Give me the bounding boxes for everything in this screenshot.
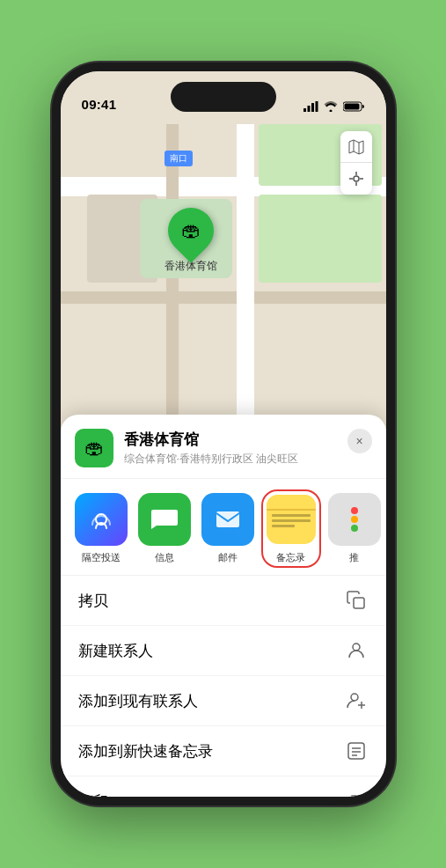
more-label: 推 [349, 551, 359, 564]
svg-point-8 [354, 176, 359, 181]
copy-icon [344, 588, 369, 613]
message-label: 信息 [155, 551, 174, 564]
action-copy[interactable]: 拷贝 [61, 576, 386, 626]
action-list: 拷贝 新建联系人 添 [61, 576, 386, 805]
location-button[interactable] [340, 163, 372, 195]
action-quick-note-label: 添加到新快速备忘录 [78, 741, 213, 761]
more-icon-wrap [328, 493, 381, 546]
more-dot-red [351, 507, 358, 514]
mail-label: 邮件 [218, 551, 238, 564]
person-add-icon [344, 688, 369, 713]
share-airdrop[interactable]: 隔空投送 [75, 493, 128, 564]
mail-icon-wrap [201, 493, 254, 546]
notes-icon-lines [267, 511, 316, 531]
road-horizontal-2 [61, 291, 386, 304]
sheet-header: 🏟 香港体育馆 综合体育馆·香港特别行政区 油尖旺区 × [61, 415, 386, 479]
status-time: 09:41 [82, 97, 117, 112]
notes-icon-container [265, 493, 318, 546]
svg-rect-2 [311, 103, 314, 112]
print-icon [344, 789, 369, 805]
more-dot-yellow [351, 516, 358, 523]
note-icon [344, 739, 369, 763]
venue-name: 香港体育馆 [124, 430, 372, 450]
svg-rect-24 [350, 802, 362, 805]
notes-label: 备忘录 [276, 551, 305, 564]
notes-line-2 [272, 519, 311, 522]
map-block-2 [259, 195, 382, 283]
person-icon [344, 638, 369, 663]
venue-pin[interactable]: 🏟 香港体育馆 [165, 208, 217, 274]
pin-circle: 🏟 [158, 198, 223, 263]
action-existing-contact-label: 添加到现有联系人 [78, 691, 198, 711]
action-new-contact[interactable]: 新建联系人 [61, 626, 386, 676]
airdrop-label: 隔空投送 [82, 551, 121, 564]
svg-rect-5 [344, 104, 359, 110]
share-notes[interactable]: 备忘录 [265, 493, 318, 564]
road-vertical-2 [166, 124, 179, 441]
svg-rect-14 [216, 511, 239, 527]
pin-emoji: 🏟 [181, 219, 201, 242]
map-area: 南口 🏟 [61, 71, 386, 441]
venue-subtitle: 综合体育馆·香港特别行政区 油尖旺区 [124, 452, 372, 467]
svg-rect-0 [303, 108, 306, 112]
map-label-nankou: 南口 [165, 151, 193, 166]
map-controls [340, 131, 372, 195]
action-copy-label: 拷贝 [78, 591, 108, 611]
svg-rect-25 [353, 805, 360, 805]
battery-icon [343, 101, 365, 112]
message-icon-wrap [138, 493, 191, 546]
venue-info: 香港体育馆 综合体育馆·香港特别行政区 油尖旺区 [124, 430, 372, 467]
svg-point-17 [351, 694, 358, 701]
road-vertical-1 [237, 124, 254, 441]
action-print-label: 打印 [78, 791, 108, 806]
map-type-button[interactable] [340, 131, 372, 163]
more-dot-green [351, 525, 358, 532]
wifi-icon [324, 101, 338, 112]
share-more[interactable]: 推 [328, 493, 381, 564]
dynamic-island [171, 82, 276, 112]
svg-rect-3 [315, 101, 318, 112]
action-print[interactable]: 打印 [61, 776, 386, 805]
svg-rect-15 [354, 598, 364, 608]
notes-line-1 [272, 514, 311, 517]
action-existing-contact[interactable]: 添加到现有联系人 [61, 676, 386, 726]
venue-icon: 🏟 [75, 429, 113, 467]
notes-icon-top [267, 495, 316, 511]
svg-rect-1 [307, 106, 310, 112]
action-new-contact-label: 新建联系人 [78, 641, 153, 661]
notes-line-3 [272, 525, 295, 527]
share-message[interactable]: 信息 [138, 493, 191, 564]
map-background [61, 71, 386, 441]
bottom-sheet: 🏟 香港体育馆 综合体育馆·香港特别行政区 油尖旺区 × 隔空投送 [61, 415, 386, 797]
status-icons [303, 101, 365, 112]
action-quick-note[interactable]: 添加到新快速备忘录 [61, 726, 386, 776]
share-row: 隔空投送 信息 邮件 [61, 479, 386, 576]
airdrop-icon-wrap [75, 493, 128, 546]
signal-icon [303, 101, 318, 112]
notes-icon [267, 495, 316, 544]
svg-point-16 [353, 644, 360, 651]
phone-frame: 09:41 [52, 63, 395, 805]
share-mail[interactable]: 邮件 [201, 493, 254, 564]
svg-rect-20 [348, 743, 364, 759]
close-button[interactable]: × [347, 429, 372, 453]
